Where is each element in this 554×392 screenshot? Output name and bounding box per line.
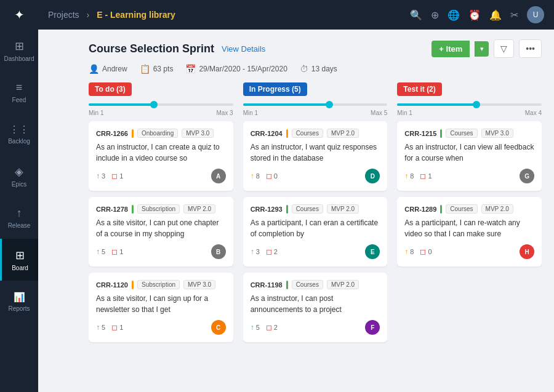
card-avatar: H — [520, 244, 534, 259]
stat-icon: ↑ — [96, 323, 100, 332]
card-avatar: B — [211, 244, 226, 259]
card-body: As a site visitor, I can sign up for a n… — [96, 293, 226, 315]
logo-icon: ✦ — [14, 7, 25, 22]
filter-button[interactable]: ▽ — [494, 39, 514, 58]
dates-label: 29/Mar/2020 - 15/Apr/2020 — [199, 65, 287, 73]
view-details-link[interactable]: View Details — [222, 44, 265, 54]
card[interactable]: CRR-1266 OnboardingMVP 3.0 As an instruc… — [89, 121, 233, 191]
stat-count: 2 — [274, 324, 278, 331]
stat-icon: ◻ — [266, 247, 272, 256]
card-stat: ↑ 3 — [251, 247, 260, 256]
stat-icon: ↑ — [96, 247, 100, 256]
user-avatar[interactable]: U — [527, 6, 544, 23]
sidebar-item-label: Epics — [12, 181, 26, 188]
stat-count: 5 — [102, 324, 105, 331]
card-id: CRR-1293 — [251, 206, 283, 213]
column-slider-todo[interactable]: Min 1 Max 3 — [89, 100, 233, 116]
epics-icon: ◈ — [15, 165, 23, 178]
slider-thumb[interactable] — [326, 101, 333, 108]
card-tag: MVP 3.0 — [182, 129, 214, 138]
topbar-project: Projects — [48, 10, 79, 20]
card-stat: ↑ 5 — [96, 323, 105, 332]
stat-count: 5 — [102, 248, 105, 255]
plus-icon[interactable]: ⊕ — [431, 9, 439, 21]
search-icon[interactable]: 🔍 — [410, 9, 422, 21]
card-stat: ◻ 2 — [266, 247, 278, 256]
card-stat: ↑ 8 — [404, 172, 414, 180]
sidebar-item-epics[interactable]: ◈ Epics — [0, 155, 38, 197]
card[interactable]: CRR-1278 SubscriptionMVP 2.0 As a site v… — [89, 197, 233, 266]
column-slider-testit[interactable]: Min 1 Max 4 — [397, 100, 542, 116]
card-stats: ↑ 8 ◻ 0 — [404, 247, 432, 256]
page-header: Course Selection Sprint View Details + I… — [89, 39, 542, 58]
add-item-dropdown-button[interactable]: ▾ — [475, 41, 489, 57]
card[interactable]: CRR-1198 CoursesMVP 2.0 As a instructor,… — [243, 273, 388, 342]
backlog-icon: ⋮⋮ — [9, 124, 29, 135]
bell-icon[interactable]: 🔔 — [489, 9, 502, 21]
sidebar-item-release[interactable]: ↑ Release — [0, 197, 38, 239]
globe-icon[interactable]: 🌐 — [448, 9, 460, 21]
topbar: Projects › E - Learning library 🔍 ⊕ 🌐 ⏰ … — [38, 0, 554, 30]
add-item-button[interactable]: + Item — [432, 41, 470, 57]
card-divider — [440, 129, 442, 138]
card-avatar: D — [365, 169, 380, 183]
card-avatar: C — [211, 320, 226, 335]
card-avatar: F — [365, 320, 380, 335]
card[interactable]: CRR-1215 CoursesMVP 3.0 As an instructor… — [397, 121, 542, 191]
slider-fill — [89, 103, 154, 106]
sidebar-item-reports[interactable]: 📊 Reports — [0, 281, 38, 322]
slider-thumb[interactable] — [150, 101, 158, 108]
meta-days: ⏱ 13 days — [300, 64, 337, 74]
card[interactable]: CRR-1293 CoursesMVP 2.0 As a participant… — [243, 197, 388, 266]
stat-count: 8 — [410, 248, 414, 255]
stat-icon: ◻ — [111, 172, 118, 180]
sidebar-item-dashboard[interactable]: ⊞ Dashboard — [0, 30, 38, 71]
stat-icon: ◻ — [266, 323, 272, 332]
card[interactable]: CRR-1204 CoursesMVP 2.0 As an instructor… — [243, 121, 388, 191]
card[interactable]: CRR-1289 CoursesMVP 2.0 As a participant… — [397, 197, 542, 266]
stat-count: 5 — [256, 324, 260, 331]
reports-icon: 📊 — [14, 292, 25, 303]
card-divider — [286, 281, 288, 289]
slider-track — [243, 103, 388, 106]
clock-icon[interactable]: ⏰ — [468, 9, 481, 21]
card-body: As a site visitor, I can put one chapter… — [96, 217, 226, 239]
stat-icon: ◻ — [420, 172, 426, 180]
card-header: CRR-1293 CoursesMVP 2.0 — [251, 204, 380, 214]
card-footer: ↑ 8 ◻ 0 H — [404, 244, 534, 259]
card-id: CRR-1289 — [404, 206, 436, 213]
sidebar-item-feed[interactable]: ≡ Feed — [0, 71, 38, 113]
card-stats: ↑ 8 ◻ 0 — [251, 172, 278, 180]
more-button[interactable]: ••• — [519, 39, 542, 58]
column-slider-inprogress[interactable]: Min 1 Max 5 — [243, 100, 388, 116]
card-stats: ↑ 3 ◻ 1 — [96, 172, 123, 180]
stat-count: 1 — [119, 248, 123, 255]
stat-count: 2 — [274, 248, 278, 255]
stat-icon: ◻ — [111, 323, 118, 332]
card-stat: ◻ 1 — [420, 172, 432, 180]
sidebar-item-backlog[interactable]: ⋮⋮ Backlog — [0, 113, 38, 155]
card-footer: ↑ 8 ◻ 1 G — [404, 169, 534, 183]
card-stats: ↑ 5 ◻ 1 — [96, 247, 123, 256]
scissors-icon[interactable]: ✂ — [510, 9, 518, 21]
sidebar-logo[interactable]: ✦ — [0, 0, 38, 30]
card[interactable]: CRR-1120 SubscriptionMVP 3.0 As a site v… — [89, 273, 233, 342]
card-avatar: G — [520, 169, 534, 183]
card-tag: Courses — [446, 129, 477, 138]
slider-thumb[interactable] — [473, 101, 480, 108]
card-id: CRR-1204 — [251, 130, 283, 137]
feed-icon: ≡ — [16, 81, 23, 94]
calendar-icon: 📅 — [185, 64, 196, 74]
sidebar-item-board[interactable]: ⊞ Board — [0, 239, 38, 281]
card-stat: ◻ 1 — [111, 323, 123, 332]
card-tag: MVP 3.0 — [183, 280, 215, 289]
slider-min-label: Min 1 — [89, 110, 103, 116]
cards-list-todo: CRR-1266 OnboardingMVP 3.0 As an instruc… — [89, 121, 233, 382]
stat-icon: ↑ — [251, 172, 254, 180]
sidebar: ✦ ⊞ Dashboard ≡ Feed ⋮⋮ Backlog ◈ Epics … — [0, 0, 38, 392]
column-badge-inprogress: In Progress (5) — [243, 82, 307, 96]
stat-icon: ◻ — [420, 247, 426, 256]
slider-max-label: Max 3 — [216, 110, 233, 116]
stat-icon: ↑ — [251, 247, 254, 256]
card-id: CRR-1120 — [96, 281, 128, 289]
